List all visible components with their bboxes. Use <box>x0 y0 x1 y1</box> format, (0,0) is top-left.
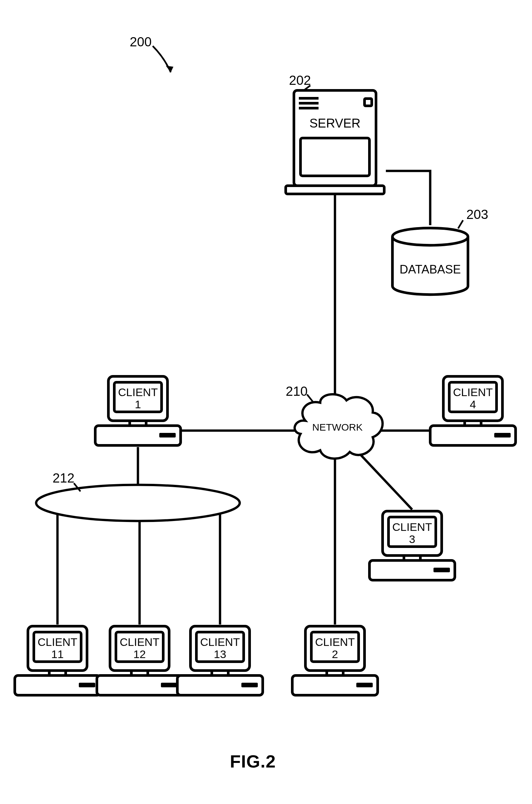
database-cylinder <box>393 228 468 295</box>
ref-203: 203 <box>466 207 488 222</box>
network-label: NETWORK <box>310 422 364 433</box>
client-11-line2: 11 <box>51 648 64 660</box>
client-2-label: CLIENT 2 <box>312 636 358 661</box>
server-tower <box>286 90 384 194</box>
client-12-label: CLIENT 12 <box>117 636 163 661</box>
client-4-line1: CLIENT <box>453 386 493 398</box>
svg-rect-14 <box>299 107 319 109</box>
client-1-label: CLIENT 1 <box>115 386 161 411</box>
svg-rect-13 <box>299 102 319 105</box>
client-2-line2: 2 <box>332 648 338 660</box>
ref-202: 202 <box>289 73 311 88</box>
svg-rect-11 <box>301 138 369 176</box>
client-4-label: CLIENT 4 <box>450 386 496 411</box>
client-13-line2: 13 <box>214 648 226 660</box>
svg-rect-12 <box>299 97 319 99</box>
ref-200: 200 <box>130 35 152 49</box>
ref-210: 210 <box>286 384 308 399</box>
figure-caption: FIG.2 <box>230 751 276 771</box>
client-1-line2: 1 <box>135 398 141 410</box>
ref-212: 212 <box>53 471 75 486</box>
diagram-canvas: 200 202 203 210 212 SERVER DATABASE NETW… <box>0 0 532 804</box>
svg-line-24 <box>307 395 314 403</box>
client-3-line1: CLIENT <box>393 520 432 533</box>
client-2-line1: CLIENT <box>315 636 355 648</box>
svg-rect-15 <box>364 98 372 106</box>
client-3-label: CLIENT 3 <box>389 521 435 546</box>
server-label: SERVER <box>302 117 368 130</box>
lan-ring <box>36 485 240 521</box>
client-12-line2: 12 <box>133 648 146 660</box>
svg-line-4 <box>358 452 412 510</box>
client-11-line1: CLIENT <box>38 636 77 648</box>
client-13-line1: CLIENT <box>200 636 240 648</box>
client-1-line1: CLIENT <box>118 386 158 398</box>
client-4-line2: 4 <box>470 398 476 410</box>
client-3-line2: 3 <box>409 533 415 545</box>
database-label: DATABASE <box>394 263 466 276</box>
client-13-label: CLIENT 13 <box>197 636 243 661</box>
client-11-label: CLIENT 11 <box>35 636 80 661</box>
svg-line-23 <box>458 220 463 229</box>
client-12-line1: CLIENT <box>120 636 159 648</box>
